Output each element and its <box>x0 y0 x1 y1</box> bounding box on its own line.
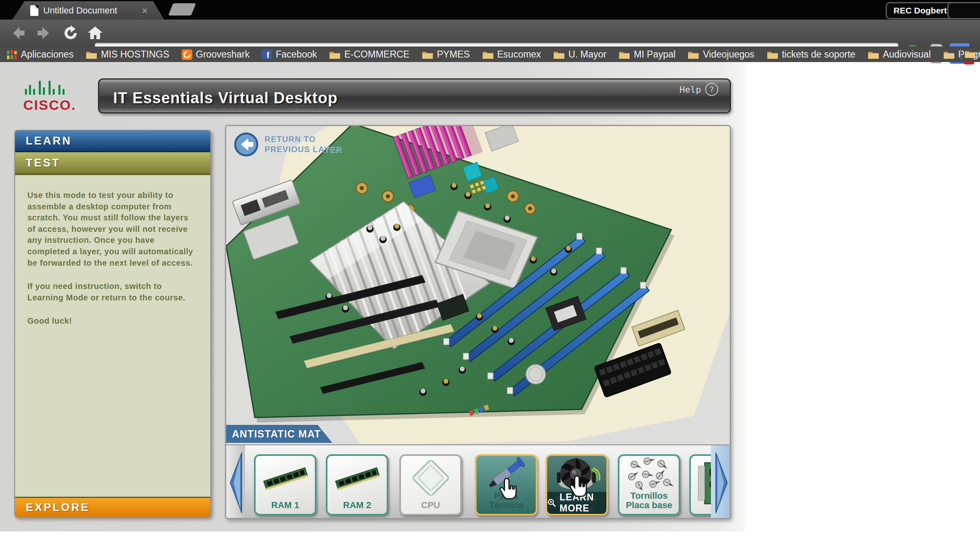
part-label: RAM 1 <box>256 500 315 514</box>
facebook-icon: f <box>262 49 272 60</box>
folder-icon <box>422 50 433 59</box>
carousel-prev-arrow[interactable] <box>227 449 245 516</box>
bookmarks-separator <box>960 48 961 60</box>
back-button[interactable] <box>9 24 26 42</box>
tab-close-icon[interactable]: × <box>142 5 148 16</box>
browser-toolbar: file:///D:/Users/Rodrigo/Desktop/Simulad… <box>0 20 980 47</box>
part-tile-tornillos[interactable]: Tornillos Placa base <box>618 454 680 515</box>
parts-carousel: RAM 1 RAM 2 <box>226 444 730 519</box>
folder-icon <box>86 50 97 59</box>
app-header: IT Essentials Virtual Desktop Help ? <box>98 78 731 113</box>
bookmark-pymes[interactable]: PYMES <box>422 49 470 60</box>
part-tile-ram2[interactable]: RAM 2 <box>326 454 388 515</box>
ram-stick-icon <box>256 456 315 500</box>
folder-icon <box>553 50 565 59</box>
bookmarks-bar: Aplicaciones MIS HOSTINGS Grooveshark f … <box>0 47 980 62</box>
tab-title: Untitled Document <box>43 5 117 16</box>
bookmark-facebook[interactable]: f Facebook <box>262 49 317 60</box>
bookmark-u-mayor[interactable]: U. Mayor <box>553 49 606 60</box>
folder-icon <box>329 50 341 59</box>
motherboard-scene[interactable]: RETURN TO PREVIOUS LAYER ANTISTATIC MAT <box>226 126 730 444</box>
folder-icon <box>964 49 976 58</box>
browser-titlebar: Untitled Document × REC Dogbert <box>0 0 980 20</box>
return-to-previous-layer-button[interactable]: RETURN TO PREVIOUS LAYER <box>234 132 342 157</box>
folder-icon <box>688 50 699 59</box>
svg-text:f: f <box>267 51 270 60</box>
bookmark-audiovisual[interactable]: Audiovisual <box>868 49 931 60</box>
bookmarks-overflow-chevron[interactable]: » <box>946 48 951 61</box>
carousel-next-arrow[interactable] <box>713 449 731 516</box>
antistatic-mat-label: ANTISTATIC MAT <box>226 428 321 440</box>
folder-icon <box>619 50 630 59</box>
hand-cursor-1 <box>497 477 523 505</box>
apps-grid-icon <box>7 49 17 60</box>
antistatic-mat-banner: ANTISTATIC MAT <box>226 425 332 443</box>
reload-button[interactable] <box>62 24 79 42</box>
tab-test[interactable]: TEST <box>15 152 210 175</box>
back-circle-icon <box>234 132 259 157</box>
help-question-icon: ? <box>705 83 718 96</box>
bookmark-grooveshark[interactable]: Grooveshark <box>182 49 250 60</box>
folder-icon <box>868 50 879 59</box>
app-title: IT Essentials Virtual Desktop <box>113 89 338 107</box>
return-label: RETURN TO PREVIOUS LAYER <box>265 134 342 155</box>
bookmark-aplicaciones[interactable]: Aplicaciones <box>7 49 74 60</box>
magnifier-plus-icon <box>547 496 556 509</box>
ram-stick-icon <box>327 456 387 500</box>
help-button[interactable]: Help ? <box>679 83 718 96</box>
rec-label: REC Dogbert <box>893 6 947 16</box>
tab-learn[interactable]: LEARN <box>15 131 210 152</box>
paragraph-3: Good luck! <box>27 315 198 327</box>
hand-cursor-2 <box>568 474 593 503</box>
screws-icon <box>619 456 679 491</box>
bookmark-mis-hostings[interactable]: MIS HOSTINGS <box>86 49 169 60</box>
cisco-wordmark: CISCO. <box>23 98 85 112</box>
bookmark-e-commerce[interactable]: E-COMMERCE <box>329 49 410 60</box>
bookmark-esucomex[interactable]: Esucomex <box>482 49 541 60</box>
cisco-bridge-icon <box>23 79 80 96</box>
simulator-panel: RETURN TO PREVIOUS LAYER ANTISTATIC MAT <box>225 125 731 519</box>
page-icon <box>30 5 38 16</box>
rec-overlay-secondary-button[interactable] <box>947 2 980 19</box>
bookmark-tickets-de-soporte[interactable]: tickets de soporte <box>767 49 855 60</box>
rec-overlay-button[interactable]: REC Dogbert <box>886 2 955 19</box>
forward-button[interactable] <box>36 24 53 42</box>
other-bookmarks-folder[interactable]: O <box>964 48 980 59</box>
mode-sidebar: LEARN TEST Use this mode to test your ab… <box>14 130 211 518</box>
cisco-logo: CISCO. <box>23 79 85 112</box>
motherboard-3d-image <box>226 126 730 444</box>
cpu-ghost-icon <box>401 456 460 500</box>
folder-icon <box>767 50 778 59</box>
part-tile-cpu[interactable]: CPU <box>399 454 462 515</box>
test-mode-description: Use this mode to test your ability to as… <box>15 175 210 497</box>
bookmark-videojuegos[interactable]: Videojuegos <box>688 49 754 60</box>
part-label: RAM 2 <box>327 500 387 514</box>
part-label: CPU <box>401 500 460 514</box>
screen: Untitled Document × REC Dogbert file:///… <box>0 0 980 551</box>
grooveshark-icon <box>182 49 192 60</box>
part-label: Tornillos Placa base <box>619 491 679 514</box>
help-label: Help <box>679 84 701 95</box>
tab-explore[interactable]: EXPLORE <box>15 497 210 517</box>
home-button[interactable] <box>87 24 104 42</box>
part-tile-ram1[interactable]: RAM 1 <box>254 454 316 515</box>
paragraph-2: If you need instruction, switch to Learn… <box>27 281 198 303</box>
folder-icon <box>482 50 494 59</box>
browser-tab[interactable]: Untitled Document × <box>12 1 164 20</box>
bookmark-mi-paypal[interactable]: MI Paypal <box>619 49 675 60</box>
paragraph-1: Use this mode to test your ability to as… <box>27 190 198 269</box>
new-tab-button[interactable] <box>168 3 196 16</box>
